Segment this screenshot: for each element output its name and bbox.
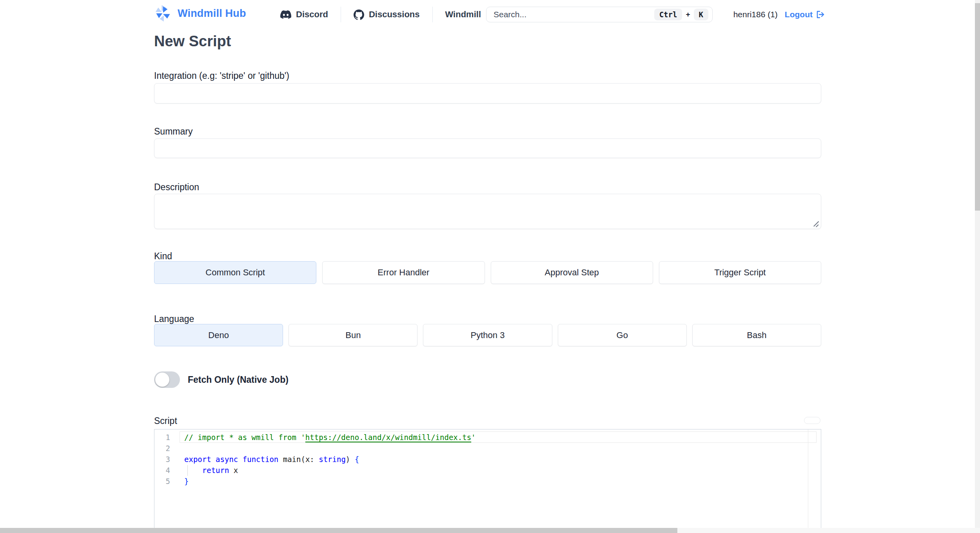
nav-item-label: Discussions <box>369 9 420 20</box>
logout-label: Logout <box>785 10 813 19</box>
language-option-bash[interactable]: Bash <box>692 324 821 346</box>
integration-input[interactable] <box>154 83 821 104</box>
kind-option-error-handler[interactable]: Error Handler <box>322 261 485 284</box>
github-icon <box>354 9 364 20</box>
username: henri186 (1) <box>733 10 778 19</box>
search-input[interactable] <box>494 10 654 19</box>
nav-item-discussions[interactable]: Discussions <box>341 7 432 22</box>
horizontal-scrollbar-thumb[interactable] <box>0 528 677 533</box>
code-line-3: 3export async function main(x: string) { <box>154 454 821 465</box>
page-title: New Script <box>154 33 231 50</box>
kbd-ctrl: Ctrl <box>654 9 682 20</box>
windmill-logo-icon <box>154 5 172 22</box>
description-textarea[interactable] <box>154 194 821 229</box>
kbd-plus: + <box>686 10 690 19</box>
brand[interactable]: Windmill Hub <box>154 5 246 22</box>
kind-option-common-script[interactable]: Common Script <box>154 261 316 284</box>
code-line-5: 5} <box>154 476 821 487</box>
horizontal-scrollbar-track <box>0 528 980 533</box>
code-text: return x <box>184 465 238 476</box>
code-line-2: 2 <box>154 443 821 454</box>
header: Windmill Hub DiscordDiscussionsWindmill … <box>154 0 821 29</box>
header-nav: DiscordDiscussionsWindmill <box>268 7 494 22</box>
logout-icon <box>816 10 825 19</box>
toggle-knob <box>155 373 169 387</box>
code-line-1: 1// import * as wmill from 'https://deno… <box>154 432 821 443</box>
code-editor[interactable]: 1// import * as wmill from 'https://deno… <box>154 429 821 528</box>
kbd-k: K <box>694 9 708 20</box>
language-option-python-3[interactable]: Python 3 <box>423 324 552 346</box>
code-line-4: 4 return x <box>154 465 821 476</box>
editor-lines: 1// import * as wmill from 'https://deno… <box>154 429 821 487</box>
editor-options-pill[interactable] <box>804 417 820 424</box>
summary-label: Summary <box>154 126 192 137</box>
textarea-resize-handle[interactable] <box>813 221 819 227</box>
code-text: } <box>184 476 189 487</box>
description-label: Description <box>154 182 199 193</box>
nav-item-discord[interactable]: Discord <box>268 7 341 22</box>
logout-button[interactable]: Logout <box>785 10 825 19</box>
kind-option-approval-step[interactable]: Approval Step <box>491 261 653 284</box>
user-area: henri186 (1) Logout <box>733 7 825 22</box>
line-number: 5 <box>154 476 170 487</box>
vertical-scrollbar-track <box>975 0 980 533</box>
code-text: export async function main(x: string) { <box>184 454 359 465</box>
language-label: Language <box>154 314 194 324</box>
fetch-only-label: Fetch Only (Native Job) <box>188 375 289 385</box>
discord-icon <box>280 9 291 20</box>
language-option-go[interactable]: Go <box>558 324 687 346</box>
language-option-bun[interactable]: Bun <box>289 324 417 346</box>
content-column: Windmill Hub DiscordDiscussionsWindmill … <box>154 0 821 29</box>
code-text: // import * as wmill from 'https://deno.… <box>184 432 476 443</box>
line-number: 2 <box>154 443 170 454</box>
kind-label: Kind <box>154 251 172 262</box>
integration-label: Integration (e.g: 'stripe' or 'github') <box>154 71 289 81</box>
language-options-row: DenoBunPython 3GoBash <box>154 324 821 346</box>
nav-item-label: Windmill <box>445 9 481 20</box>
kind-option-trigger-script[interactable]: Trigger Script <box>659 261 821 284</box>
brand-name: Windmill Hub <box>178 7 246 20</box>
editor-scrollbar-divider <box>808 429 808 528</box>
search-box: Ctrl + K <box>486 7 713 22</box>
line-number: 3 <box>154 454 170 465</box>
language-option-deno[interactable]: Deno <box>154 324 283 346</box>
line-number: 4 <box>154 465 170 476</box>
nav-item-windmill[interactable]: Windmill <box>432 7 494 22</box>
nav-item-label: Discord <box>296 9 328 20</box>
line-number: 1 <box>154 432 170 443</box>
summary-input[interactable] <box>154 138 821 158</box>
vertical-scrollbar-thumb[interactable] <box>975 3 980 211</box>
script-label: Script <box>154 416 177 426</box>
fetch-only-toggle[interactable] <box>154 371 180 388</box>
fetch-only-row: Fetch Only (Native Job) <box>154 371 289 388</box>
kind-options-row: Common ScriptError HandlerApproval StepT… <box>154 261 821 284</box>
